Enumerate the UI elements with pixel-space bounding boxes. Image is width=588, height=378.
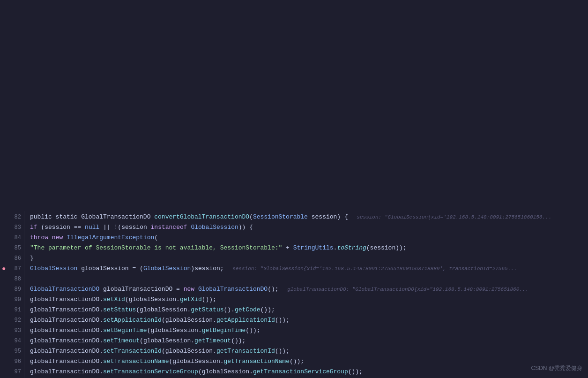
code-display: public static GlobalTransactionDO conver… bbox=[24, 211, 588, 378]
line-number-88: 88 bbox=[0, 274, 24, 284]
line-number-92: 92 bbox=[0, 315, 24, 325]
code-area: 8283848586●87888990919293949596979899100… bbox=[0, 211, 588, 378]
line-number-83: 83 bbox=[0, 222, 24, 233]
line-gutter-area: 8283848586●87888990919293949596979899100… bbox=[0, 211, 24, 378]
line-number-96: 96 bbox=[0, 356, 24, 367]
line-number-86: 86 bbox=[0, 253, 24, 264]
code-line-82: public static GlobalTransactionDO conver… bbox=[28, 212, 588, 222]
code-editor bbox=[0, 0, 588, 211]
code-line-94: globalTransactionDO.setTimeout(globalSes… bbox=[28, 336, 588, 346]
line-number-93: 93 bbox=[0, 325, 24, 336]
code-line-86: } bbox=[28, 253, 588, 264]
line-number-97: 97 bbox=[0, 367, 24, 377]
code-line-95: globalTransactionDO.setTransactionId(glo… bbox=[28, 346, 588, 356]
breakpoint-dot[interactable]: ● bbox=[2, 264, 6, 274]
line-number-91: 91 bbox=[0, 305, 24, 315]
code-line-93: globalTransactionDO.setBeginTime(globalS… bbox=[28, 325, 588, 336]
code-line-90: globalTransactionDO.setXid(globalSession… bbox=[28, 295, 588, 305]
code-line-97: globalTransactionDO.setTransactionServic… bbox=[28, 367, 588, 377]
code-line-96: globalTransactionDO.setTransactionName(g… bbox=[28, 356, 588, 367]
code-line-87: GlobalSession globalSession = (GlobalSes… bbox=[28, 264, 588, 274]
line-number-94: 94 bbox=[0, 336, 24, 346]
line-number-89: 89 bbox=[0, 284, 24, 295]
line-number-95: 95 bbox=[0, 346, 24, 356]
code-line-89: GlobalTransactionDO globalTransactionDO … bbox=[28, 284, 588, 295]
code-line-83: if (session == null || !(session instanc… bbox=[28, 222, 588, 233]
code-line-84: throw new IllegalArgumentException( bbox=[28, 233, 588, 243]
code-line-88 bbox=[28, 274, 588, 284]
line-number-84: 84 bbox=[0, 233, 24, 243]
line-number-85: 85 bbox=[0, 243, 24, 253]
code-line-91: globalTransactionDO.setStatus(globalSess… bbox=[28, 305, 588, 315]
code-line-92: globalTransactionDO.setApplicationId(glo… bbox=[28, 315, 588, 325]
line-number-82: 82 bbox=[0, 212, 24, 222]
code-line-85: "The parameter of SessionStorable is not… bbox=[28, 243, 588, 253]
line-number-90: 90 bbox=[0, 295, 24, 305]
line-number-87: ●87 bbox=[0, 264, 24, 274]
